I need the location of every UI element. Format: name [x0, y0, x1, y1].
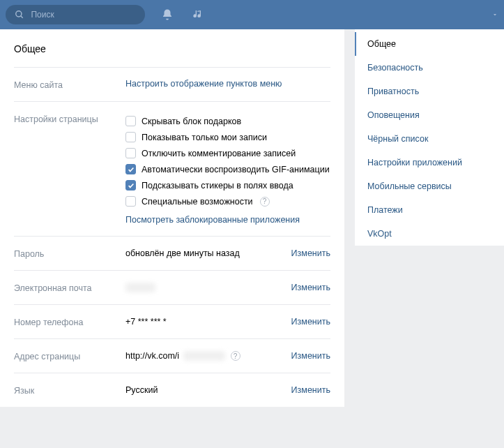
settings-sidebar: ОбщееБезопасностьПриватностьОповещенияЧё… [355, 29, 504, 246]
configure-menu-link[interactable]: Настроить отображение пунктов меню [125, 79, 330, 89]
address-change-link[interactable]: Изменить [291, 351, 330, 361]
label-email: Электронная почта [14, 282, 125, 293]
phone-value: +7 *** *** * [125, 317, 291, 327]
sidebar-item[interactable]: Общее [355, 32, 504, 56]
main-panel: Общее Меню сайта Настроить отображение п… [0, 29, 344, 407]
checkbox-option[interactable]: Подсказывать стикеры в полях ввода [125, 177, 330, 193]
label-site-menu: Меню сайта [14, 79, 125, 90]
email-change-link[interactable]: Изменить [291, 283, 330, 292]
sidebar-item[interactable]: Оповещения [355, 103, 504, 127]
checkbox-label: Автоматически воспроизводить GIF-анимаци… [142, 165, 330, 174]
language-change-link[interactable]: Изменить [291, 385, 330, 395]
password-value: обновлён две минуты назад [125, 248, 291, 258]
checkbox-icon[interactable] [125, 148, 136, 158]
search-box[interactable] [6, 5, 145, 24]
checkbox-option[interactable]: Скрывать блок подарков [125, 113, 330, 129]
checkbox-label: Показывать только мои записи [142, 133, 267, 142]
checkbox-option[interactable]: Отключить комментирование записей [125, 145, 330, 161]
top-header [0, 0, 504, 29]
checkbox-label: Отключить комментирование записей [142, 149, 296, 158]
label-language: Язык [14, 384, 125, 396]
label-address: Адрес страницы [14, 350, 125, 361]
sidebar-item[interactable]: VkOpt [355, 222, 504, 246]
svg-line-1 [21, 16, 23, 18]
checkbox-icon[interactable] [125, 132, 136, 142]
phone-change-link[interactable]: Изменить [291, 317, 330, 327]
checkbox-label: Подсказывать стикеры в полях ввода [142, 181, 293, 191]
checkbox-icon[interactable] [125, 116, 136, 126]
row-password: Пароль обновлён две минуты назад Изменит… [14, 236, 330, 270]
help-icon[interactable]: ? [231, 351, 240, 361]
checkbox-option[interactable]: Показывать только мои записи [125, 129, 330, 145]
row-email: Электронная почта Изменить [14, 270, 330, 304]
checkbox-option[interactable]: Специальные возможности? [125, 193, 330, 209]
page-title: Общее [14, 43, 330, 67]
search-icon [13, 6, 26, 23]
music-icon[interactable] [190, 6, 206, 23]
notifications-icon[interactable] [159, 6, 176, 23]
label-page-settings: Настройки страницы [14, 113, 125, 225]
sidebar-item[interactable]: Мобильные сервисы [355, 174, 504, 198]
sidebar-item[interactable]: Приватность [355, 80, 504, 103]
sidebar-item[interactable]: Платежи [355, 198, 504, 222]
row-phone: Номер телефона +7 *** *** * Изменить [14, 304, 330, 338]
email-value [125, 283, 291, 292]
checkbox-label: Скрывать блок подарков [142, 117, 241, 126]
search-input[interactable] [31, 10, 138, 20]
row-site-menu: Меню сайта Настроить отображение пунктов… [14, 67, 330, 101]
help-icon[interactable]: ? [260, 197, 270, 207]
sidebar-item[interactable]: Чёрный список [355, 127, 504, 151]
checkbox-option[interactable]: Автоматически воспроизводить GIF-анимаци… [125, 161, 330, 177]
sidebar-item[interactable]: Безопасность [355, 56, 504, 80]
checkbox-icon[interactable] [125, 180, 136, 191]
sidebar-item[interactable]: Настройки приложений [355, 151, 504, 174]
blocked-apps-link[interactable]: Посмотреть заблокированные приложения [125, 215, 330, 225]
label-phone: Номер телефона [14, 316, 125, 327]
checkbox-icon[interactable] [125, 164, 136, 174]
label-password: Пароль [14, 248, 125, 259]
checkbox-label: Специальные возможности [142, 197, 253, 207]
user-menu[interactable] [443, 5, 498, 24]
checkbox-icon[interactable] [125, 196, 136, 207]
row-page-settings: Настройки страницы Скрывать блок подарко… [14, 101, 330, 236]
address-value: http://vk.com/i ? [125, 351, 291, 361]
row-language: Язык Русский Изменить [14, 373, 330, 407]
language-value: Русский [125, 385, 291, 395]
row-address: Адрес страницы http://vk.com/i ? Изменит… [14, 338, 330, 373]
svg-point-0 [16, 11, 22, 17]
password-change-link[interactable]: Изменить [291, 248, 330, 258]
